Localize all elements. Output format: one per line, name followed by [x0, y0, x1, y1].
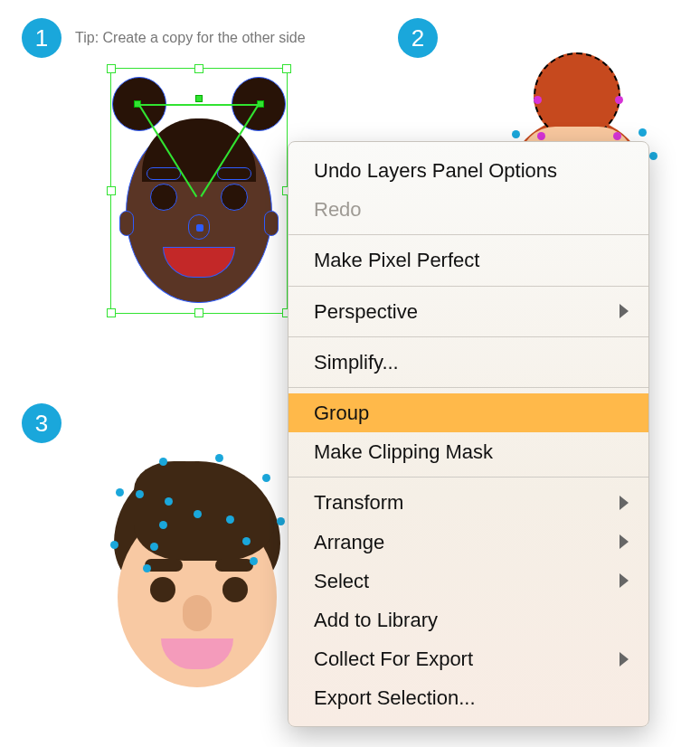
- brow-right: [215, 559, 253, 572]
- anchor-point[interactable]: [116, 488, 124, 496]
- step-badge-1: 1: [22, 18, 61, 58]
- eye-left: [150, 577, 175, 602]
- brow-left: [147, 167, 181, 180]
- eye-right: [221, 184, 248, 211]
- menu-item-clipping-mask[interactable]: Make Clipping Mask: [289, 432, 648, 471]
- menu-separator: [289, 336, 648, 337]
- menu-item-arrange[interactable]: Arrange: [289, 523, 648, 562]
- eye-right: [222, 577, 248, 602]
- anchor-point[interactable]: [615, 96, 623, 104]
- menu-item-collect-for-export[interactable]: Collect For Export: [289, 639, 648, 678]
- step-badge-2: 2: [398, 18, 438, 58]
- avatar-face-3[interactable]: [107, 452, 288, 696]
- menu-label: Transform: [314, 491, 403, 514]
- menu-item-add-to-library[interactable]: Add to Library: [289, 600, 648, 639]
- menu-item-redo: Redo: [289, 190, 648, 229]
- menu-item-export-selection[interactable]: Export Selection...: [289, 678, 648, 717]
- tip-text: Tip: Create a copy for the other side: [75, 30, 306, 46]
- anchor-point[interactable]: [159, 458, 167, 466]
- anchor-point[interactable]: [194, 510, 202, 518]
- eye-left: [150, 184, 177, 211]
- menu-label: Arrange: [314, 531, 384, 553]
- menu-separator: [289, 286, 648, 287]
- anchor-point[interactable]: [250, 557, 258, 565]
- anchor-point[interactable]: [195, 95, 203, 102]
- menu-label: Select: [314, 570, 369, 592]
- menu-item-select[interactable]: Select: [289, 562, 648, 600]
- anchor-point[interactable]: [215, 454, 223, 462]
- context-menu: Undo Layers Panel Options Redo Make Pixe…: [288, 141, 649, 727]
- menu-item-transform[interactable]: Transform: [289, 483, 648, 522]
- anchor-point[interactable]: [534, 96, 542, 104]
- menu-separator: [289, 234, 648, 235]
- avatar-face-1[interactable]: [110, 68, 288, 314]
- anchor-point[interactable]: [242, 537, 251, 545]
- anchor-point[interactable]: [159, 521, 167, 529]
- nose-shape: [183, 595, 212, 631]
- submenu-arrow-icon: [620, 496, 629, 510]
- nose-shape: [188, 214, 210, 240]
- brow-right: [217, 167, 251, 180]
- anchor-point[interactable]: [150, 543, 158, 551]
- anchor-point[interactable]: [110, 541, 118, 549]
- anchor-point[interactable]: [537, 132, 545, 140]
- submenu-arrow-icon: [620, 573, 629, 588]
- anchor-point[interactable]: [136, 490, 144, 498]
- ear-right: [264, 211, 279, 236]
- submenu-arrow-icon: [620, 652, 629, 667]
- menu-label: Collect For Export: [314, 648, 473, 670]
- anchor-point[interactable]: [649, 152, 657, 160]
- anchor-point[interactable]: [277, 517, 285, 525]
- submenu-arrow-icon: [620, 534, 629, 549]
- menu-separator: [289, 477, 648, 478]
- menu-item-simplify[interactable]: Simplify...: [289, 343, 648, 382]
- menu-item-group[interactable]: Group: [289, 393, 648, 432]
- anchor-point[interactable]: [512, 130, 520, 138]
- step-badge-3: 3: [22, 403, 61, 443]
- anchor-point[interactable]: [262, 474, 270, 482]
- anchor-point[interactable]: [165, 497, 173, 506]
- menu-label: Perspective: [314, 300, 418, 323]
- menu-item-perspective[interactable]: Perspective: [289, 292, 648, 331]
- anchor-point[interactable]: [143, 564, 151, 572]
- anchor-point[interactable]: [613, 132, 621, 140]
- ear-left: [119, 211, 134, 236]
- menu-item-pixel-perfect[interactable]: Make Pixel Perfect: [289, 241, 648, 279]
- anchor-point[interactable]: [639, 128, 647, 137]
- menu-separator: [289, 387, 648, 388]
- submenu-arrow-icon: [620, 304, 629, 318]
- path-line: [139, 104, 259, 106]
- menu-item-undo[interactable]: Undo Layers Panel Options: [289, 151, 648, 190]
- anchor-point[interactable]: [226, 515, 234, 524]
